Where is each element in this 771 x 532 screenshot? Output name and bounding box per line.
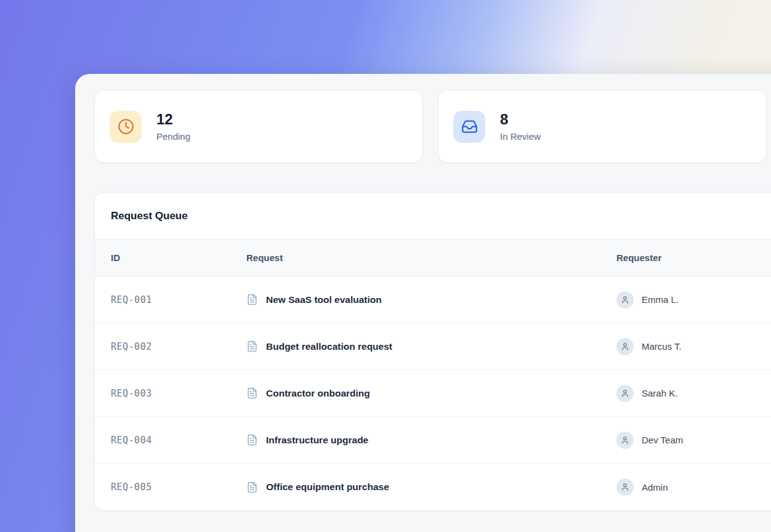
request-cell: Budget reallocation request [246, 341, 616, 352]
request-title: Contractor onboarding [266, 388, 370, 399]
column-header-requester: Requester [616, 252, 771, 263]
requester-cell: Dev Team [616, 432, 771, 449]
stat-card: 8 In Review [438, 90, 767, 163]
request-cell: Infrastructure upgrade [246, 434, 616, 446]
request-id: REQ-003 [95, 388, 246, 399]
request-queue-card: Request Queue ID Request Requester REQ-0… [94, 192, 771, 511]
avatar [616, 432, 634, 449]
stats-row: 12 Pending 8 In Review [94, 90, 771, 163]
table-row[interactable]: REQ-001 New SaaS tool evaluation Emma L. [95, 276, 771, 323]
user-icon [621, 436, 629, 445]
requester-name: Sarah K. [642, 388, 677, 398]
request-id: REQ-005 [95, 482, 246, 493]
stat-text: 8 In Review [500, 111, 541, 141]
requester-cell: Marcus T. [616, 338, 771, 355]
stat-label: Pending [156, 131, 190, 142]
user-icon [621, 296, 629, 304]
request-cell: New SaaS tool evaluation [246, 294, 616, 305]
avatar [616, 291, 634, 308]
table-body: REQ-001 New SaaS tool evaluation Emma L. [95, 276, 771, 510]
inbox-icon [461, 118, 478, 135]
file-text-icon [246, 341, 258, 352]
stat-text: 12 Pending [156, 111, 190, 141]
table-row[interactable]: REQ-003 Contractor onboarding Sarah K. [95, 370, 771, 417]
request-title: Office equipment purchase [266, 482, 389, 493]
requester-name: Emma L. [642, 294, 679, 305]
table-row[interactable]: REQ-004 Infrastructure upgrade Dev Team [95, 417, 771, 464]
table-header-row: ID Request Requester [95, 239, 771, 276]
request-id: REQ-001 [95, 294, 246, 305]
request-title: Budget reallocation request [266, 341, 392, 352]
request-id: REQ-002 [95, 341, 246, 352]
column-header-id: ID [95, 252, 246, 263]
user-icon [621, 342, 629, 351]
stat-value: 8 [500, 111, 541, 127]
app-background: { "stats": [ { "value": "12", "label": "… [0, 0, 771, 532]
stat-value: 12 [156, 111, 190, 127]
stat-icon-box [453, 111, 485, 143]
main-panel: 12 Pending 8 In Review Request Queue ID … [75, 74, 771, 532]
stat-icon-box [110, 111, 142, 143]
avatar [616, 338, 634, 355]
file-text-icon [246, 434, 258, 446]
avatar [616, 478, 634, 496]
file-text-icon [246, 294, 258, 305]
request-title: Infrastructure upgrade [266, 435, 368, 446]
requester-name: Admin [642, 482, 668, 493]
file-text-icon [246, 387, 258, 399]
table-row[interactable]: REQ-005 Office equipment purchase Admin [95, 464, 771, 510]
table-title: Request Queue [95, 193, 771, 239]
stat-label: In Review [500, 131, 541, 142]
user-icon [621, 389, 629, 398]
request-cell: Contractor onboarding [246, 387, 616, 399]
table-row[interactable]: REQ-002 Budget reallocation request Marc… [95, 323, 771, 370]
requester-name: Dev Team [642, 435, 683, 445]
requester-cell: Sarah K. [616, 385, 771, 402]
requester-name: Marcus T. [642, 341, 682, 352]
avatar [616, 385, 634, 402]
request-id: REQ-004 [95, 435, 246, 446]
file-text-icon [246, 482, 258, 493]
column-header-request: Request [246, 252, 616, 263]
request-cell: Office equipment purchase [246, 482, 616, 493]
clock-icon [118, 118, 134, 135]
request-title: New SaaS tool evaluation [266, 294, 382, 305]
requester-cell: Admin [616, 478, 771, 496]
user-icon [621, 483, 629, 491]
panel-content: 12 Pending 8 In Review Request Queue ID … [75, 74, 771, 511]
requester-cell: Emma L. [616, 291, 771, 308]
stat-card: 12 Pending [94, 90, 423, 163]
